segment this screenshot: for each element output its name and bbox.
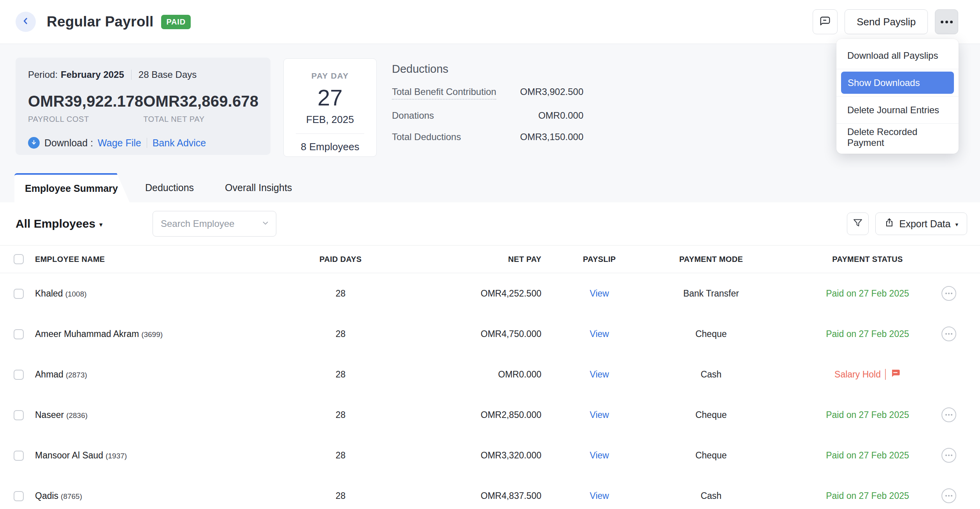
payment-mode: Cheque <box>657 450 765 461</box>
caret-down-icon: ▾ <box>955 221 958 228</box>
view-payslip-link[interactable]: View <box>590 329 609 339</box>
row-checkbox[interactable] <box>14 370 24 380</box>
period-label: Period: <box>28 69 58 80</box>
export-data-button[interactable]: Export Data ▾ <box>875 212 967 235</box>
export-icon <box>884 218 894 230</box>
payment-mode: Bank Transfer <box>657 288 765 299</box>
payment-status: Paid on 27 Feb 2025 <box>826 410 909 420</box>
row-checkbox[interactable] <box>14 451 24 461</box>
paid-days: 28 <box>272 450 409 461</box>
total-net-pay-label: TOTAL NET PAY <box>143 115 258 124</box>
wage-file-link[interactable]: Wage File <box>98 137 141 149</box>
employee-filter-dropdown[interactable]: All Employees ▾ <box>16 217 103 230</box>
menu-item-delete-journal-entries[interactable]: Delete Journal Entries <box>836 97 959 123</box>
back-button[interactable] <box>16 12 36 32</box>
more-actions-menu: Download all Payslips Show Downloads Del… <box>836 39 959 154</box>
view-payslip-link[interactable]: View <box>590 491 609 501</box>
payment-mode: Cheque <box>657 329 765 339</box>
divider <box>885 369 886 380</box>
table-row: Naseer(2836) 28 OMR2,850.000 View Cheque… <box>0 395 980 435</box>
employee-id: (8765) <box>61 492 82 500</box>
ellipsis-icon <box>941 21 943 23</box>
employee-id: (2836) <box>66 411 88 419</box>
table-row: Khaled(1008) 28 OMR4,252.500 View Bank T… <box>0 273 980 314</box>
comments-button[interactable] <box>813 9 838 34</box>
send-payslip-button[interactable]: Send Payslip <box>845 9 928 34</box>
search-input[interactable] <box>161 218 261 229</box>
divider <box>296 133 364 134</box>
employee-name: Khaled <box>35 288 63 298</box>
header-payment-mode: PAYMENT MODE <box>657 255 765 264</box>
base-days: 28 Base Days <box>139 69 197 80</box>
payday-card: PAY DAY 27 FEB, 2025 8 Employees <box>283 58 377 157</box>
deduction-label: Total Deductions <box>392 132 461 142</box>
row-actions-button[interactable] <box>941 286 956 301</box>
row-actions-button[interactable] <box>941 407 956 422</box>
table-row: Qadis(8765) 28 OMR4,837.500 View Cash Pa… <box>0 476 980 509</box>
menu-item-delete-recorded-payment[interactable]: Delete Recorded Payment <box>836 124 959 151</box>
salary-hold-comment-icon[interactable] <box>890 368 901 381</box>
topbar: Regular Payroll PAID Send Payslip <box>0 0 980 44</box>
payment-mode: Cash <box>657 491 765 501</box>
tab-employee-summary[interactable]: Employee Summary <box>14 173 130 202</box>
view-payslip-link[interactable]: View <box>590 450 609 460</box>
divider <box>147 138 147 148</box>
row-checkbox[interactable] <box>14 491 24 501</box>
net-pay: OMR3,320.000 <box>409 450 541 461</box>
filter-button[interactable] <box>847 212 869 235</box>
table-row: Ahmad(2873) 28 OMR0.000 View Cash Salary… <box>0 354 980 395</box>
chevron-down-icon[interactable] <box>261 219 270 229</box>
payment-mode: Cheque <box>657 410 765 420</box>
table-row: Ameer Muhammad Akram(3699) 28 OMR4,750.0… <box>0 314 980 354</box>
payment-mode: Cash <box>657 369 765 380</box>
payroll-cost-amount: OMR39,922.178 <box>28 93 143 110</box>
deduction-value: OMR3,150.000 <box>520 132 583 142</box>
deductions-summary: Deductions Total Benefit Contribution OM… <box>392 63 583 153</box>
header-employee-name: EMPLOYEE NAME <box>35 255 272 264</box>
payday-month-year: FEB, 2025 <box>306 114 354 126</box>
table-row: Mansoor Al Saud(1937) 28 OMR3,320.000 Vi… <box>0 435 980 476</box>
paid-days: 28 <box>272 491 409 501</box>
tab-deductions[interactable]: Deductions <box>130 173 209 202</box>
total-net-pay-amount: OMR32,869.678 <box>143 93 258 110</box>
page-title: Regular Payroll <box>47 14 153 30</box>
deduction-label[interactable]: Total Benefit Contribution <box>392 86 496 100</box>
tab-overall-insights[interactable]: Overall Insights <box>209 173 307 202</box>
paid-days: 28 <box>272 369 409 380</box>
deductions-title: Deductions <box>392 63 583 75</box>
payment-status: Paid on 27 Feb 2025 <box>826 491 909 501</box>
payment-status: Paid on 27 Feb 2025 <box>826 450 909 460</box>
chevron-left-icon <box>21 17 30 27</box>
view-payslip-link[interactable]: View <box>590 410 609 420</box>
view-payslip-link[interactable]: View <box>590 369 609 379</box>
row-actions-button[interactable] <box>941 448 956 463</box>
employee-id: (1008) <box>65 290 87 298</box>
payroll-summary-card: Period: February 2025 28 Base Days OMR39… <box>16 58 270 155</box>
row-actions-button[interactable] <box>941 488 956 503</box>
more-actions-button[interactable] <box>935 9 958 34</box>
download-label: Download : <box>44 137 93 149</box>
deduction-value: OMR0.000 <box>538 110 583 121</box>
paid-days: 28 <box>272 329 409 339</box>
funnel-icon <box>852 218 863 230</box>
row-actions-button[interactable] <box>941 326 956 341</box>
header-payslip: PAYSLIP <box>541 255 657 264</box>
paid-days: 28 <box>272 288 409 299</box>
view-payslip-link[interactable]: View <box>590 288 609 298</box>
net-pay: OMR0.000 <box>409 369 541 380</box>
employee-name: Ameer Muhammad Akram <box>35 329 139 339</box>
bank-advice-link[interactable]: Bank Advice <box>153 137 206 149</box>
payday-day: 27 <box>318 84 343 111</box>
row-checkbox[interactable] <box>14 289 24 299</box>
row-checkbox[interactable] <box>14 410 24 420</box>
menu-item-download-all-payslips[interactable]: Download all Payslips <box>836 42 959 69</box>
select-all-checkbox[interactable] <box>14 254 24 264</box>
payday-employee-count: 8 Employees <box>301 141 359 153</box>
payday-label: PAY DAY <box>311 71 349 81</box>
header-paid-days: PAID DAYS <box>272 255 409 264</box>
net-pay: OMR4,750.000 <box>409 329 541 339</box>
menu-item-show-downloads[interactable]: Show Downloads <box>841 72 954 94</box>
net-pay: OMR4,252.500 <box>409 288 541 299</box>
header-net-pay: NET PAY <box>409 255 541 264</box>
row-checkbox[interactable] <box>14 329 24 339</box>
